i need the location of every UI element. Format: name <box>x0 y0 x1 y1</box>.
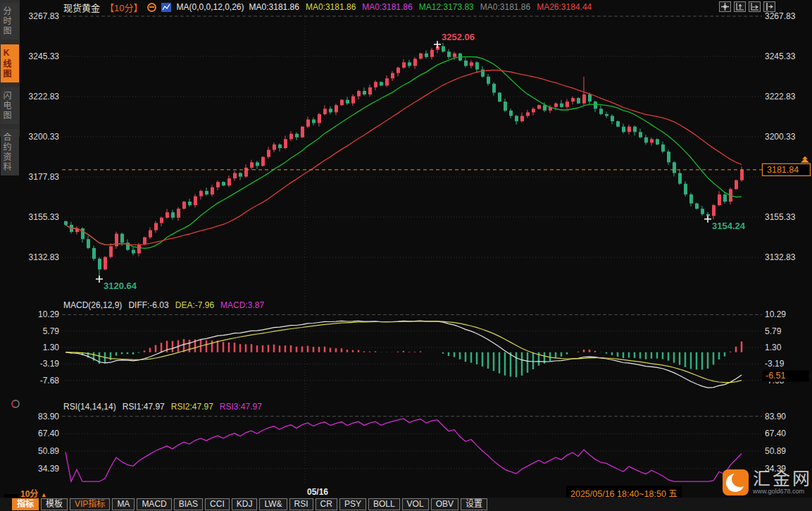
svg-text:1.30: 1.30 <box>765 343 782 352</box>
sidebar-tab-kline-chart[interactable]: K线图 <box>1 44 19 82</box>
macd-diff-value: DIFF:-6.03 <box>128 300 168 310</box>
svg-text:3155.33: 3155.33 <box>765 212 796 222</box>
rsi1-value: RSI1:47.97 <box>123 402 165 412</box>
tab-cr[interactable]: CR <box>316 498 337 510</box>
tab-lw[interactable]: LW& <box>259 498 287 510</box>
macd-histogram <box>65 339 742 377</box>
svg-text:34.39: 34.39 <box>38 464 59 474</box>
macd-header: MACD(26,12,9) DIFF:-6.03 DEA:-7.96 MACD:… <box>63 300 264 310</box>
svg-text:10.29: 10.29 <box>38 309 59 319</box>
tab-ma[interactable]: MA <box>112 498 135 510</box>
svg-text:3245.33: 3245.33 <box>29 51 60 61</box>
svg-text:3267.83: 3267.83 <box>29 11 60 21</box>
tab-rsi[interactable]: RSI <box>289 498 313 510</box>
svg-text:3181.84: 3181.84 <box>767 165 799 175</box>
svg-text:3177.83: 3177.83 <box>29 172 60 182</box>
svg-text:3200.33: 3200.33 <box>29 132 60 142</box>
rsi3-value: RSI3:47.97 <box>220 402 262 412</box>
svg-text:50.89: 50.89 <box>765 446 786 456</box>
indicator-tabbar: 指标 模板 VIP指标 MA MACD BIAS CCI KDJ LW& RSI… <box>0 498 812 511</box>
annotations: 3252.063120.643154.24 <box>96 32 746 291</box>
panel-marker-icon[interactable] <box>11 400 20 408</box>
macd-macd-value: MACD:3.87 <box>220 300 264 310</box>
rsi-title: RSI(14,14,14) <box>63 402 116 412</box>
ma-value-label: MA0:3181.86 <box>306 2 356 12</box>
svg-text:-7.68: -7.68 <box>40 376 60 386</box>
tab-psy[interactable]: PSY <box>339 498 366 510</box>
svg-text:1.30: 1.30 <box>43 343 60 352</box>
rsi-line <box>65 419 742 481</box>
svg-text:67.40: 67.40 <box>38 429 59 438</box>
chart-toolbar <box>719 1 775 12</box>
rsi2-value: RSI2:47.97 <box>171 402 213 412</box>
ma-value-label: MA26:3184.44 <box>537 2 592 12</box>
svg-text:3155.33: 3155.33 <box>29 212 60 222</box>
symbol-name: 现货黄金 <box>63 1 100 14</box>
tab-vip-indicators[interactable]: VIP指标 <box>70 498 110 510</box>
zoom-vertical-tool-icon[interactable] <box>734 1 746 12</box>
ma-value-label: MA0:3181.86 <box>480 2 530 12</box>
x-axis-date-label: 05/16 <box>307 487 328 497</box>
logo-url: www.gold678.com <box>753 488 812 495</box>
tab-bias[interactable]: BIAS <box>174 498 203 510</box>
macd-title: MACD(26,12,9) <box>63 300 122 310</box>
svg-text:3222.83: 3222.83 <box>29 92 60 101</box>
svg-text:5.79: 5.79 <box>765 326 782 336</box>
tab-boll[interactable]: BOLL <box>368 498 400 510</box>
svg-text:50.89: 50.89 <box>38 446 59 456</box>
gridlines <box>62 14 762 485</box>
sidebar-tab-time-chart[interactable]: 分时图 <box>1 3 19 39</box>
kline-chart-icon[interactable] <box>161 3 171 12</box>
svg-text:10.29: 10.29 <box>765 309 786 319</box>
tab-templates[interactable]: 模板 <box>41 498 68 510</box>
tab-settings[interactable]: 设置 <box>461 498 487 510</box>
svg-text:3267.83: 3267.83 <box>765 11 796 21</box>
svg-text:3154.24: 3154.24 <box>712 221 746 231</box>
tab-macd[interactable]: MACD <box>137 498 171 510</box>
svg-text:-3.19: -3.19 <box>40 359 60 369</box>
macd-dea-value: DEA:-7.96 <box>175 300 214 310</box>
svg-text:67.40: 67.40 <box>765 429 786 438</box>
svg-text:3222.83: 3222.83 <box>765 92 796 101</box>
sidebar-tab-contract-info[interactable]: 合约资料 <box>1 129 19 176</box>
sidebar: 分时图 K线图 闪电图 合约资料 <box>0 0 20 137</box>
pan-right-tool-icon[interactable] <box>763 1 775 12</box>
svg-text:5.79: 5.79 <box>43 326 60 336</box>
tab-vol[interactable]: VOL <box>402 498 429 510</box>
tab-indicators[interactable]: 指标 <box>12 498 39 510</box>
logo-name: 汇金网 <box>753 470 812 488</box>
zoom-horizontal-tool-icon[interactable] <box>749 1 761 12</box>
ma-value-label: MA0:3181.86 <box>362 2 412 12</box>
svg-text:83.90: 83.90 <box>38 412 59 421</box>
chart-canvas: 3267.833267.833245.333245.333222.833222.… <box>0 0 812 488</box>
ma-value-label: MA0:3181.86 <box>249 2 299 12</box>
site-logo: 汇金网 www.gold678.com <box>723 469 812 495</box>
rsi-header: RSI(14,14,14) RSI1:47.97 RSI2:47.97 RSI3… <box>63 402 262 412</box>
svg-text:3132.83: 3132.83 <box>765 252 796 262</box>
logo-crescent-icon <box>723 469 749 495</box>
sidebar-tab-lightning-chart[interactable]: 闪电图 <box>1 87 19 124</box>
svg-text:83.90: 83.90 <box>765 412 786 421</box>
svg-text:3245.33: 3245.33 <box>765 51 796 61</box>
svg-text:-3.19: -3.19 <box>765 359 785 369</box>
svg-text:3252.06: 3252.06 <box>442 32 475 42</box>
crosshair-tool-icon[interactable] <box>719 1 731 12</box>
candlestick-series <box>64 43 744 279</box>
moving-average-lines <box>65 57 742 249</box>
ma-values: MA0:3181.86MA0:3181.86MA0:3181.86MA12:31… <box>249 2 592 12</box>
topbar: 现货黄金 【10分】 MA(0,0,0,12,0,26) MA0:3181.86… <box>63 1 592 13</box>
svg-text:3120.64: 3120.64 <box>104 281 137 291</box>
tab-kdj[interactable]: KDJ <box>232 498 258 510</box>
collapse-icon[interactable] <box>147 3 156 12</box>
tab-obv[interactable]: OBV <box>431 498 458 510</box>
svg-text:3200.33: 3200.33 <box>765 132 796 142</box>
tab-cci[interactable]: CCI <box>205 498 230 510</box>
ma-value-label: MA12:3173.83 <box>419 2 474 12</box>
ma-formula: MA(0,0,0,12,0,26) <box>176 2 244 12</box>
period-label: 【10分】 <box>105 1 142 14</box>
svg-text:3132.83: 3132.83 <box>29 252 60 262</box>
svg-text:-6.51: -6.51 <box>766 371 786 381</box>
